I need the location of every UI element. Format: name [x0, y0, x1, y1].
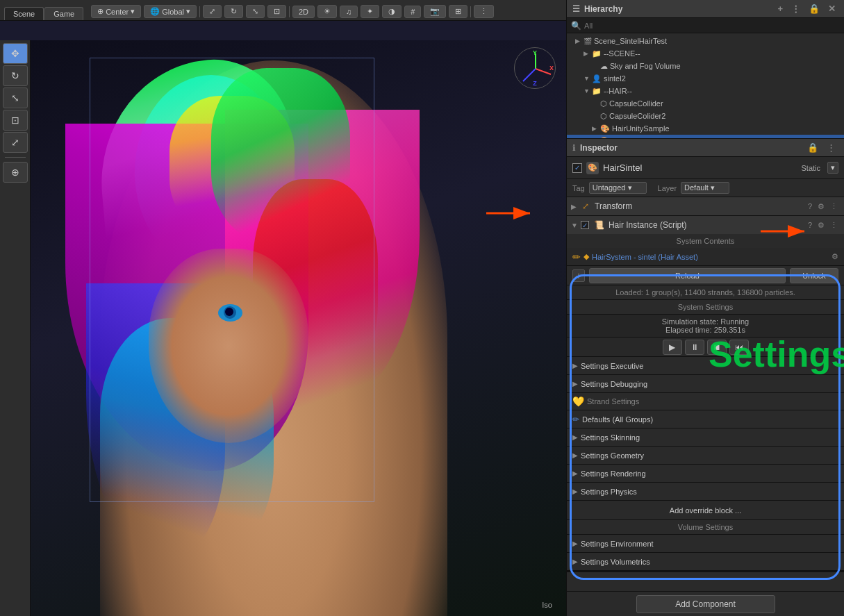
hide-btn[interactable]: ◑ — [382, 5, 402, 18]
transform-header[interactable]: ▶ ⤢ Transform ? ⚙ ⋮ — [567, 197, 844, 215]
override-block-btn[interactable]: Add override block ... — [567, 501, 844, 520]
scene-viewport: Iso Y X Z — [31, 40, 566, 616]
hierarchy-add-btn[interactable]: + — [775, 3, 786, 15]
hierarchy-tree: ▶ 🎬 Scene_SintelHairTest ▶ 📁 --SCENE-- ☁… — [567, 33, 844, 138]
tree-item-hairunity[interactable]: ▶ 🎨 HairUnitySample — [567, 122, 844, 135]
tree-item-capsule2[interactable]: ⬡ CapsuleColider2 — [567, 110, 844, 122]
hair-instance-arrow: ▼ — [571, 222, 578, 229]
object-active-checkbox[interactable] — [572, 163, 582, 173]
tree-item-capsule1[interactable]: ⬡ CapsuleCollider — [567, 97, 844, 110]
tag-dropdown[interactable]: Untagged ▾ — [589, 182, 647, 194]
settings-skinning[interactable]: ▶ Settings Skinning — [567, 428, 844, 447]
inspector-menu-btn[interactable]: ⋮ — [824, 142, 838, 153]
tab-scene[interactable]: Scene — [4, 7, 44, 20]
tree-scene-icon: 🎬 — [584, 38, 592, 45]
hair-instance-section: ▼ 📜 Hair Instance (Script) ? ⚙ ⋮ System … — [567, 216, 844, 572]
settings-geometry[interactable]: ▶ Settings Geometry — [567, 447, 844, 465]
tree-item-scene[interactable]: ▶ 🎬 Scene_SintelHairTest — [567, 35, 844, 47]
settings-environment[interactable]: ▶ Settings Environment — [567, 535, 844, 553]
settings-list: ▶ Settings Executive ▶ Settings Debuggin… — [567, 357, 844, 393]
model-icon: 👤 — [592, 74, 602, 83]
add-hair-btn[interactable]: + — [572, 269, 585, 282]
inspector-lock-btn[interactable]: 🔒 — [804, 142, 821, 153]
lighting-btn[interactable]: ☀ — [317, 5, 337, 18]
rotate-tool[interactable]: ↻ — [224, 5, 243, 18]
hierarchy-close-btn[interactable]: ✕ — [825, 3, 838, 15]
hair-settings-btn[interactable]: ⚙ — [816, 220, 827, 231]
static-dropdown[interactable]: ▾ — [827, 162, 838, 174]
pause-btn[interactable]: ⏸ — [685, 340, 704, 355]
grid-btn[interactable]: # — [404, 6, 421, 18]
hair-menu-btn[interactable]: ⋮ — [828, 220, 840, 231]
rewind-btn[interactable]: ⏮ — [729, 340, 749, 355]
volume-settings-label: Volume Settings — [567, 520, 844, 535]
tool-move[interactable]: ✥ — [3, 43, 28, 64]
move-tool[interactable]: ⤢ — [203, 5, 222, 18]
unlock-btn[interactable]: Unlock — [790, 268, 838, 283]
transform-settings-btn[interactable]: ⚙ — [816, 201, 827, 212]
transform-icon: ⤢ — [579, 200, 592, 213]
search-icon: 🔍 — [571, 21, 581, 31]
system-settings-label: System Settings — [567, 300, 844, 315]
center-icon: ⊕ — [97, 7, 104, 16]
tool-rotate[interactable]: ↻ — [3, 65, 28, 86]
settings-physics[interactable]: ▶ Settings Physics — [567, 483, 844, 501]
gizmo-btn[interactable]: ⊞ — [449, 5, 467, 18]
object-name-label: HairSintel — [603, 163, 797, 173]
add-component-row: Add Component — [567, 591, 844, 616]
hair-instance-checkbox[interactable] — [581, 221, 589, 229]
hierarchy-lock-btn[interactable]: 🔒 — [806, 3, 822, 15]
tree-item-scene-folder[interactable]: ▶ 📁 --SCENE-- — [567, 47, 844, 60]
tree-item-fog[interactable]: ☁ Sky and Fog Volume — [567, 60, 844, 72]
search-input[interactable] — [584, 22, 840, 30]
settings-executive[interactable]: ▶ Settings Executive — [567, 357, 844, 375]
2d-toggle[interactable]: 2D — [292, 6, 315, 18]
system-contents-label: System Contents — [567, 234, 844, 248]
stop-btn[interactable]: ⏹ — [707, 340, 727, 355]
layer-dropdown[interactable]: Default ▾ — [681, 182, 729, 194]
settings-volumetrics[interactable]: ▶ Settings Volumetrics — [567, 553, 844, 571]
tools-sidebar: ✥ ↻ ⤡ ⊡ ⤢ ⊕ — [0, 40, 31, 616]
tag-layer-row: Tag Untagged ▾ Layer Default ▾ — [567, 179, 844, 197]
tool-transform[interactable]: ⤢ — [3, 132, 28, 153]
extras-btn[interactable]: ⋮ — [474, 5, 494, 18]
effects-btn[interactable]: ✦ — [361, 5, 379, 18]
scale-tool[interactable]: ⤡ — [246, 5, 265, 18]
defaults-pencil-icon: ✏ — [572, 415, 579, 424]
tree-item-hair-folder[interactable]: ▼ 📁 --HAIR-- — [567, 85, 844, 97]
audio-btn[interactable]: ♫ — [340, 6, 358, 18]
tree-item-sintel2[interactable]: ▼ 👤 sintel2 — [567, 72, 844, 85]
hierarchy-panel: ☰ Hierarchy + ⋮ 🔒 ✕ 🔍 ▶ 🎬 Scene_Sint — [567, 0, 844, 139]
hair-system-name[interactable]: HairSystem - sintel (Hair Asset) — [592, 253, 829, 261]
reload-btn[interactable]: Reload — [589, 268, 786, 283]
tool-scale[interactable]: ⤡ — [3, 88, 28, 108]
defaults-row[interactable]: ✏ Defaults (All Groups) — [567, 410, 844, 428]
center-dropdown[interactable]: ⊕ Center ▾ — [91, 5, 141, 18]
camera-btn[interactable]: 📷 — [424, 5, 446, 18]
hierarchy-menu-btn[interactable]: ⋮ — [788, 3, 803, 15]
tab-game[interactable]: Game — [44, 7, 83, 20]
hair-folder-icon: 📁 — [592, 87, 602, 96]
settings-debugging[interactable]: ▶ Settings Debugging — [567, 375, 844, 393]
transform-section: ▶ ⤢ Transform ? ⚙ ⋮ — [567, 197, 844, 216]
hair-help-btn[interactable]: ? — [806, 220, 814, 231]
tree-item-hairsintel[interactable]: 🎨 HairSintel — [567, 135, 844, 138]
add-component-btn[interactable]: Add Component — [636, 595, 775, 613]
tool-rect[interactable]: ⊡ — [3, 110, 28, 131]
chevron-down-icon: ▾ — [131, 7, 135, 16]
defaults-name: Defaults (All Groups) — [582, 415, 653, 424]
hierarchy-header: ☰ Hierarchy + ⋮ 🔒 ✕ — [567, 0, 844, 18]
global-dropdown[interactable]: 🌐 Global ▾ — [144, 5, 197, 18]
hierarchy-title: Hierarchy — [584, 4, 622, 14]
play-btn[interactable]: ▶ — [663, 340, 682, 355]
right-panel: ☰ Hierarchy + ⋮ 🔒 ✕ 🔍 ▶ 🎬 Scene_Sint — [566, 0, 844, 616]
left-panel: Scene Game ⊕ Center ▾ 🌐 Global ▾ ⤢ ↻ ⤡ ⊡ — [0, 0, 566, 616]
hair-instance-header[interactable]: ▼ 📜 Hair Instance (Script) ? ⚙ ⋮ — [567, 216, 844, 234]
transform-menu-btn[interactable]: ⋮ — [828, 201, 840, 212]
inspector-scroll: 🎨 HairSintel Static ▾ Tag Untagged ▾ Lay… — [567, 157, 844, 591]
tool-custom-1[interactable]: ⊕ — [3, 162, 28, 183]
transform-help-btn[interactable]: ? — [806, 201, 814, 212]
settings-rendering[interactable]: ▶ Settings Rendering — [567, 465, 844, 483]
rect-tool[interactable]: ⊡ — [267, 5, 286, 18]
hair-system-settings-btn[interactable]: ⚙ — [831, 252, 838, 261]
